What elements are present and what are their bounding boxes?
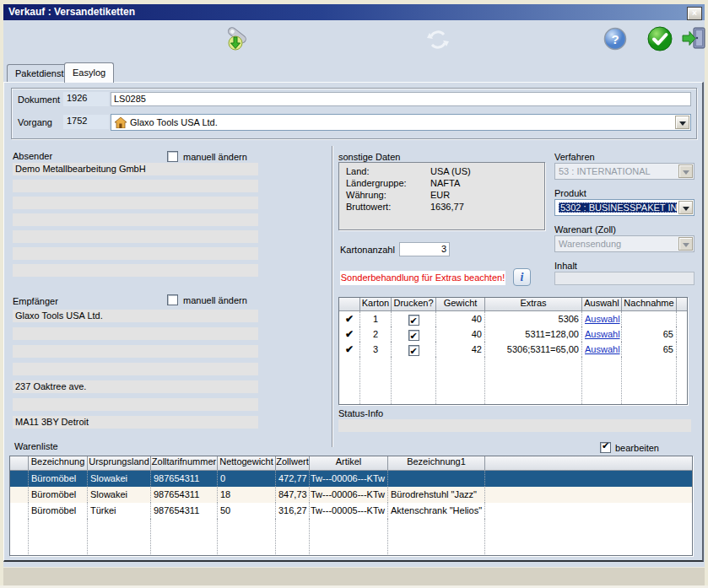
empfaenger-manual-checkbox[interactable] [167,294,178,305]
warenliste-row[interactable]: Büromöbel Slowakei 987654311 0 472,77 Tw… [10,471,692,487]
carton-row[interactable]: ✔ 2 40 5311=128,00 Auswahl 65 [339,326,687,342]
sonstige-daten-box: Land:USA (US) Ländergruppe:NAFTA Währung… [338,162,545,230]
filler-header [677,298,687,311]
carton-table[interactable]: Karton Drucken? Gewicht Extras Auswahl N… [338,297,688,405]
carton-row[interactable]: ✔ 3 42 5306;5311=65,00 Auswahl 65 [339,342,687,357]
extras-header[interactable]: Extras [485,298,582,311]
produkt-dropdown-button[interactable] [678,201,693,214]
karton-header[interactable]: Karton [360,298,392,311]
chevron-down-icon [683,243,689,251]
warenliste-header: Bezeichnung Ursprungsland Zolltarifnumme… [10,456,692,471]
waehrung-label: Währung: [346,189,386,201]
verfahren-value: 53 : INTERNATIONAL [557,165,677,177]
filler-header [485,456,692,471]
absender-manual-label: manuell ändern [183,152,247,162]
chevron-down-icon [679,121,686,129]
dokument-number: 1926 [63,92,109,106]
land-value: USA (US) [430,165,471,177]
recipient-line [13,363,258,375]
bezeichnung1-cell [388,471,485,487]
extras-cell: 5306 [485,311,582,326]
zollwert-cell: 847,73 [276,487,310,503]
info-icon[interactable]: i [513,268,531,286]
karton-cell: 3 [360,342,392,357]
drucken-checkbox[interactable] [408,330,419,341]
kartonanzahl-input[interactable]: 3 [399,242,450,256]
warenliste-label: Warenliste [14,441,58,451]
gewicht-header[interactable]: Gewicht [436,298,485,311]
inhalt-label: Inhalt [554,261,577,271]
nachnahme-header[interactable]: Nachnahme [622,298,677,311]
artikel-header[interactable]: Artikel [310,456,388,471]
extras-cell: 5306;5311=65,00 [485,342,582,357]
bezeichnung-header[interactable]: Bezeichnung [29,456,88,471]
bezeichnung-cell: Büromöbel [29,503,88,519]
selector-header [339,298,360,311]
laendergruppe-value: NAFTA [430,177,460,189]
produkt-label: Produkt [554,188,586,198]
vorgang-number: 1752 [63,115,109,129]
produkt-combo[interactable]: 5302 : BUSINESSPAKET INT [554,199,694,216]
dokument-text-field[interactable]: LS0285 [111,92,691,106]
warenliste-row[interactable]: Büromöbel Slowakei 987654311 18 847,73 T… [10,487,692,503]
zolltarifnummer-header[interactable]: Zolltarifnummer [151,456,218,471]
auswahl-link[interactable]: Auswahl [585,344,620,354]
window-title: Verkauf : Versandetiketten [8,6,135,18]
ursprungsland-cell: Slowakei [88,487,151,503]
warenliste-empty-area [10,519,692,554]
tab-paketdienst[interactable]: Paketdienst [7,64,72,83]
absender-manual-checkbox[interactable] [167,151,178,162]
nettogewicht-header[interactable]: Nettogewicht [218,456,276,471]
artikel-cell: Tw---00006---KTw [310,471,388,487]
refresh-icon-disabled [425,27,451,52]
vorgang-company-combo[interactable]: Glaxo Tools USA Ltd. [111,114,691,131]
verfahren-combo: 53 : INTERNATIONAL [554,163,694,180]
sender-line [13,180,258,192]
title-bar: Verkauf : Versandetiketten × [3,4,705,20]
vorgang-dropdown-button[interactable] [675,116,689,129]
drucken-checkbox[interactable] [408,345,419,356]
extras-cell: 5311=128,00 [485,326,582,342]
produkt-value: 5302 : BUSINESSPAKET INT [559,202,677,213]
drucken-checkbox[interactable] [408,315,419,326]
tab-easylog[interactable]: Easylog [64,62,114,83]
zolltarifnummer-cell: 987654311 [151,503,218,519]
zollwert-header[interactable]: Zollwert [276,456,310,471]
bezeichnung1-cell: Aktenschrank "Helios" [388,503,485,519]
nettogewicht-cell: 50 [218,503,276,519]
auswahl-link[interactable]: Auswahl [585,329,620,339]
vorgang-company-text: Glaxo Tools USA Ltd. [128,116,673,128]
status-info-label: Status-Info [338,408,383,418]
exit-icon[interactable] [681,25,708,52]
chevron-down-icon [683,170,689,178]
help-icon[interactable]: ? [603,27,627,51]
gewicht-cell: 40 [436,311,485,326]
extras-warning-text: Sonderbehandlung für Extras beachten! [340,271,505,285]
auswahl-header[interactable]: Auswahl [582,298,622,311]
confirm-icon[interactable] [646,25,673,52]
drucken-header[interactable]: Drucken? [392,298,436,311]
bearbeiten-checkbox[interactable] [600,442,611,453]
recipient-line: Glaxo Tools USA Ltd. [13,310,258,322]
land-label: Land: [346,165,370,177]
auswahl-link[interactable]: Auswahl [585,314,620,324]
laendergruppe-label: Ländergruppe: [346,177,407,189]
tab-page-easylog: Dokument 1926 LS0285 Vorgang 1752 Glaxo … [3,82,704,562]
sender-line [13,230,258,243]
sender-line [13,213,258,226]
warenliste-table[interactable]: Bezeichnung Ursprungsland Zolltarifnumme… [9,456,693,556]
status-info-field [338,419,691,432]
warenart-dropdown-button [678,237,693,251]
ursprungsland-header[interactable]: Ursprungsland [88,456,151,471]
recipient-line [13,327,258,340]
selector-header [10,456,29,471]
sender-line [13,197,258,209]
chevron-down-icon [683,207,689,214]
verfahren-label: Verfahren [554,152,595,162]
waehrung-value: EUR [430,189,450,201]
scanner-labels-icon[interactable] [224,25,251,52]
carton-row[interactable]: ✔ 1 40 5306 Auswahl [339,311,687,326]
warenliste-row[interactable]: Büromöbel Türkei 987654311 50 316,27 Tw-… [10,503,692,519]
close-icon[interactable]: × [687,7,702,20]
bezeichnung1-header[interactable]: Bezeichnung1 [388,456,485,471]
